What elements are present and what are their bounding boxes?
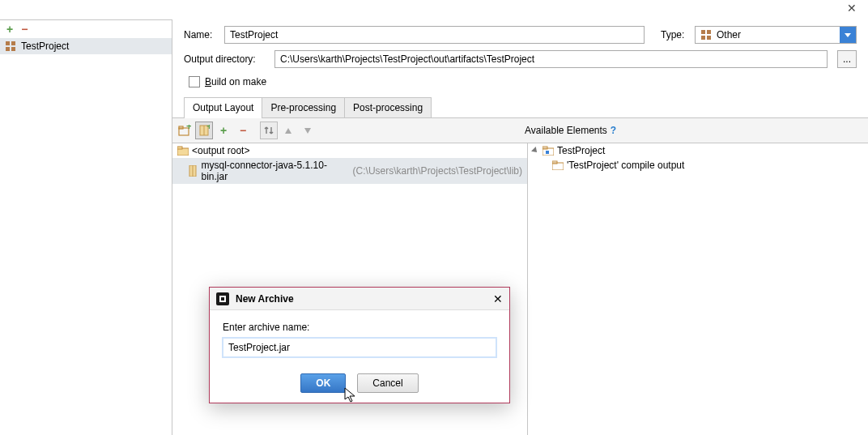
sidebar-item-label: TestProject [21, 41, 69, 52]
compile-output-icon [552, 160, 564, 170]
new-archive-dialog: New Archive ✕ Enter archive name: OK Can… [209, 287, 510, 403]
arrow-down-icon [304, 128, 311, 134]
available-elements-tree[interactable]: TestProject 'TestProject' compile output [528, 143, 868, 435]
type-value: Other [717, 29, 741, 41]
jar-file-path: (C:\Users\karth\Projects\TestProject\lib… [353, 165, 522, 177]
compile-output-item[interactable]: 'TestProject' compile output [528, 158, 868, 173]
jar-icon [187, 165, 198, 177]
remove-artifact-icon[interactable]: − [21, 23, 28, 36]
svg-rect-12 [546, 151, 549, 154]
svg-text:+: + [186, 125, 191, 132]
ok-button[interactable]: OK [300, 373, 346, 393]
arrow-up-icon [285, 128, 291, 134]
sidebar-item-testproject[interactable]: TestProject [0, 38, 172, 54]
new-archive-button[interactable]: + [195, 122, 213, 139]
type-dropdown[interactable]: Other [695, 26, 857, 44]
ellipsis-icon: ... [843, 53, 851, 65]
archive-name-input[interactable] [223, 338, 496, 357]
dialog-prompt: Enter archive name: [223, 322, 496, 333]
tab-output-layout[interactable]: Output Layout [184, 97, 262, 117]
svg-text:+: + [206, 125, 210, 132]
browse-button[interactable]: ... [837, 50, 857, 68]
artifact-icon [5, 41, 16, 52]
output-jar-item[interactable]: mysql-connector-java-5.1.10-bin.jar (C:\… [172, 158, 527, 184]
new-folder-icon: + [178, 125, 191, 136]
help-icon[interactable]: ? [611, 125, 616, 136]
artifact-type-icon [700, 29, 712, 41]
titlebar: ✕ [0, 0, 868, 19]
available-elements-label: Available Elements [525, 125, 607, 136]
new-folder-button[interactable]: + [176, 122, 194, 139]
sort-button[interactable] [260, 122, 278, 139]
archive-icon: + [198, 125, 210, 136]
output-root-label: <output root> [192, 145, 249, 156]
build-on-make-checkbox[interactable] [189, 76, 200, 87]
name-label: Name: [184, 29, 218, 41]
plus-icon: + [220, 124, 227, 137]
project-node-label: TestProject [557, 145, 605, 156]
add-artifact-icon[interactable]: + [6, 23, 13, 36]
output-directory-input[interactable] [274, 50, 828, 68]
minus-icon: − [240, 124, 246, 137]
chevron-down-icon [845, 33, 851, 37]
dialog-app-icon [216, 292, 229, 305]
tab-post-processing[interactable]: Post-processing [344, 97, 432, 117]
output-root-node[interactable]: <output root> [172, 143, 527, 158]
tab-pre-processing[interactable]: Pre-processing [262, 97, 344, 117]
build-on-make-label: BBuild on makeuild on make [205, 76, 266, 87]
artifacts-sidebar: + − TestProject [0, 19, 172, 435]
dialog-title-text: New Archive [236, 293, 294, 305]
output-directory-label: Output directory: [184, 53, 268, 65]
expand-triangle-icon[interactable] [531, 147, 539, 155]
name-input[interactable] [224, 26, 645, 44]
dropdown-button[interactable] [840, 27, 856, 43]
jar-file-name: mysql-connector-java-5.1.10-bin.jar [201, 160, 347, 182]
svg-rect-16 [221, 297, 224, 301]
output-layout-toolbar: + + + − [172, 118, 868, 143]
sort-icon [263, 125, 274, 136]
dialog-close-button[interactable]: ✕ [493, 292, 503, 305]
window-close-button[interactable]: ✕ [836, 0, 868, 16]
output-tabs: Output Layout Pre-processing Post-proces… [172, 97, 868, 118]
type-label: Type: [661, 29, 688, 41]
svg-rect-7 [177, 147, 182, 149]
project-node[interactable]: TestProject [528, 143, 868, 158]
add-copy-button[interactable]: + [215, 122, 232, 139]
module-icon [542, 146, 554, 156]
cancel-button[interactable]: Cancel [357, 373, 418, 393]
move-up-button[interactable] [279, 122, 297, 139]
remove-button[interactable]: − [234, 122, 252, 139]
compile-output-label: 'TestProject' compile output [567, 160, 684, 171]
move-down-button[interactable] [299, 122, 317, 139]
folder-icon [177, 146, 189, 156]
